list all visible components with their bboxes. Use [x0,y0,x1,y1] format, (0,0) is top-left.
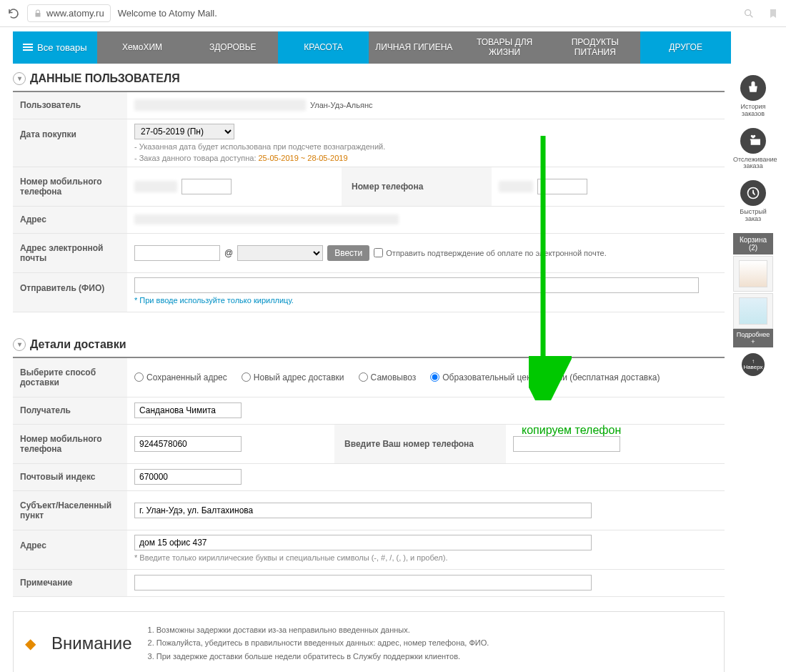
nav-hygiene[interactable]: ЛИЧНАЯ ГИГИЕНА [369,31,459,64]
date-label: Дата покупки [13,119,127,167]
delivery-phone-label: Введите Ваш номер телефона [334,425,506,463]
nav-hemohim[interactable]: ХемоХИМ [97,31,188,64]
sender-input[interactable] [134,277,699,293]
delivery-address-input[interactable] [134,535,592,550]
nav-all-label: Все товары [37,42,87,53]
date-hint-1: - Указанная дата будет использована при … [134,142,385,151]
mobile-label: Номер мобильного телефона [13,167,127,206]
url-box[interactable]: www.atomy.ru [27,4,111,22]
page-title-hint: Welcome to Atomy Mall. [118,8,217,19]
purchase-date-select[interactable]: 27-05-2019 (Пн) [134,124,234,139]
address-label: Адрес [13,207,127,233]
phone-label: Номер телефона [342,167,492,206]
clock-icon [740,180,766,206]
cart-more-button[interactable]: Подробнее + [733,329,773,347]
bookmark-icon[interactable] [767,8,779,19]
section-delivery-header: ▾ Детали доставки [13,334,725,358]
attention-title: Внимание [51,633,132,653]
section-user-header: ▾ ДАННЫЕ ПОЛЬЗОВАТЕЛЯ [13,68,725,92]
svg-point-0 [745,9,751,15]
user-label: Пользователь [13,92,127,119]
email-domain-select[interactable] [237,245,323,261]
delivery-phone-input[interactable] [513,436,620,452]
radio-new[interactable]: Новый адрес доставки [242,372,344,382]
cart-item-1[interactable] [733,256,773,292]
date-hint-2: - Заказ данного товара доступна: 25-05-2… [134,154,348,162]
url-text: www.atomy.ru [46,8,104,19]
side-tracking[interactable]: Отслеживание заказа [733,128,773,171]
browser-bar: www.atomy.ru Welcome to Atomy Mall. [0,0,786,27]
note-input[interactable] [134,575,592,591]
cart-header[interactable]: Корзина (2) [733,233,773,255]
collapse-icon[interactable]: ▾ [13,338,26,351]
recipient-input[interactable] [134,402,242,418]
phone-blurred [499,181,533,192]
city-input[interactable] [134,503,592,518]
postal-label: Почтовый индекс [13,464,127,490]
address-blurred [134,214,399,224]
lock-icon [34,9,42,18]
nav-other[interactable]: ДРУГОЕ [640,31,731,64]
section-user-title: ДАННЫЕ ПОЛЬЗОВАТЕЛЯ [30,72,180,85]
section-delivery-title: Детали доставки [30,338,126,351]
attention-list: 1. Возможны задержки доставки из-за непр… [148,623,489,663]
nav-food[interactable]: ПРОДУКТЫ ПИТАНИЯ [549,31,640,64]
postal-input[interactable] [134,469,242,485]
mobile-blurred [134,181,177,192]
hamburger-icon [23,44,33,51]
nav-life[interactable]: ТОВАРЫ ДЛЯ ЖИЗНИ [459,31,550,64]
delivery-method-label: Выберите способ доставки [13,358,127,397]
user-branch: Улан-Удэ-Альянс [310,101,373,109]
email-user-input[interactable] [134,245,220,261]
side-panel: История заказов Отслеживание заказа Быст… [733,68,773,672]
delivery-mobile-label: Номер мобильного телефона [13,425,127,463]
nav-all-products[interactable]: Все товары [13,31,97,64]
delivery-mobile-input[interactable] [134,436,242,452]
gift-icon [740,128,766,154]
radio-edu-center[interactable]: Образовательный центр Атоми (бесплатная … [430,372,660,382]
mobile-input[interactable] [181,179,232,194]
collapse-icon[interactable]: ▾ [13,72,26,85]
email-enter-button[interactable]: Ввести [327,245,369,261]
email-label: Адрес электронной почты [13,234,127,272]
warning-icon: ◆ [25,635,36,652]
reload-icon[interactable] [7,7,20,20]
nav-beauty[interactable]: КРАСОТА [278,31,369,64]
user-value-blurred [134,99,306,111]
at-sign: @ [224,248,233,258]
radio-pickup[interactable]: Самовывоз [359,372,417,382]
email-confirm-checkbox[interactable] [374,248,383,257]
sender-hint: * При вводе используйте только кириллицу… [134,296,294,305]
sender-label: Отправитель (ФИО) [13,273,127,312]
city-label: Субъект/Населенный пункт [13,491,127,530]
radio-saved[interactable]: Сохраненный адрес [134,372,227,382]
email-confirm-checkbox-label[interactable]: Отправить подтверждение об оплате по эле… [374,248,606,257]
scroll-top-button[interactable]: ↑Наверх [742,353,765,376]
basket-icon [740,75,766,101]
address-hint: * Введите только кириллические буквы и с… [134,553,448,562]
nav-health[interactable]: ЗДОРОВЬЕ [187,31,278,64]
delivery-address-label: Адрес [13,530,127,569]
main-nav: Все товары ХемоХИМ ЗДОРОВЬЕ КРАСОТА ЛИЧН… [13,31,731,64]
phone-input[interactable] [537,179,587,194]
search-icon[interactable] [743,8,755,19]
annotation-text: копируем телефон [522,424,621,437]
note-label: Примечание [13,570,127,596]
cart-item-2[interactable] [733,293,773,329]
recipient-label: Получатель [13,397,127,424]
side-order-history[interactable]: История заказов [733,75,773,118]
side-quick-order[interactable]: Быстрый заказ [733,180,773,223]
attention-box: ◆ Внимание 1. Возможны задержки доставки… [13,611,725,672]
